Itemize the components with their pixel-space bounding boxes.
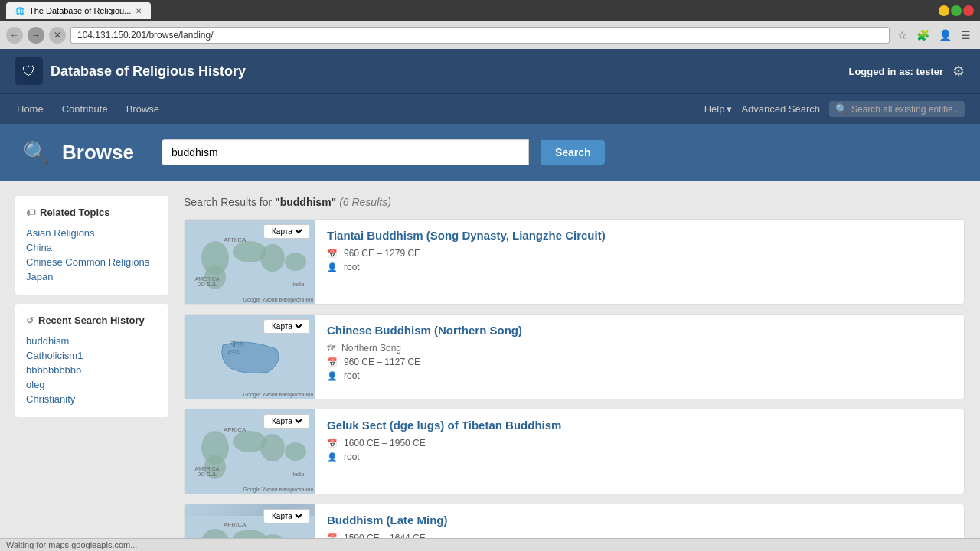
location-icon-2: 🗺 (327, 344, 335, 353)
subtitle-value-2: Northern Song (341, 343, 401, 354)
map-asia-2: 亚洲 ASIA Карта Google Умови використання (185, 315, 315, 399)
map-dropdown-2[interactable]: Карта (269, 321, 305, 331)
help-button[interactable]: Help ▾ (704, 103, 733, 115)
tab-favicon: 🌐 (15, 7, 24, 15)
date-row-1: 📅 960 CE – 1279 CE (327, 248, 952, 259)
nav-right: Help ▾ Advanced Search 🔍 (704, 101, 965, 117)
nav-home[interactable]: Home (15, 96, 45, 122)
nav-browse[interactable]: Browse (125, 96, 161, 122)
app-title: Database of Religious History (51, 64, 246, 80)
result-title-2[interactable]: Chinese Buddhism (Northern Song) (327, 324, 952, 337)
map-africa-label-3: AFRICA (224, 426, 246, 433)
result-card-3: AFRICA AMERICADO SUL India Карта Google … (184, 409, 965, 494)
related-topics-section: 🏷 Related Topics Asian Religions China C… (15, 196, 168, 295)
sidebar: 🏷 Related Topics Asian Religions China C… (15, 196, 168, 551)
date-row-2: 📅 960 CE – 1127 CE (327, 357, 952, 367)
tab-close-button[interactable]: ✕ (136, 7, 142, 15)
browse-search-icon: 🔍 (23, 140, 50, 165)
result-map-2: 亚洲 ASIA Карта Google Умови використання (185, 315, 315, 399)
maximize-button[interactable] (951, 5, 962, 16)
map-copyright-3: Google Умови використання (243, 487, 313, 492)
forward-button[interactable]: → (28, 27, 44, 44)
subtitle-row-2: 🗺 Northern Song (327, 343, 952, 354)
window-controls (939, 5, 974, 16)
history-bbbbbbbbbb[interactable]: bbbbbbbbbb (26, 363, 158, 377)
menu-icon[interactable]: ☰ (958, 28, 974, 43)
result-info-2: Chinese Buddhism (Northern Song) 🗺 North… (315, 315, 964, 399)
map-dropdown-4[interactable]: Карта (269, 511, 305, 521)
topic-china[interactable]: China (26, 240, 158, 255)
svg-point-4 (260, 244, 285, 272)
result-meta-1: 📅 960 CE – 1279 CE 👤 root (327, 248, 952, 272)
map-dropdown-3[interactable]: Карта (269, 416, 305, 426)
result-card-2: 亚洲 ASIA Карта Google Умови використання … (184, 314, 965, 399)
profile-icon[interactable]: 👤 (936, 28, 955, 43)
advanced-search-link[interactable]: Advanced Search (741, 103, 820, 115)
header-right: Logged in as: tester ⚙ (848, 63, 965, 80)
browser-chrome: 🌐 The Database of Religiou... ✕ ← → ✕ ☆ … (0, 0, 980, 49)
date-value-3: 1600 CE – 1950 CE (344, 438, 426, 448)
global-search-input[interactable] (851, 104, 959, 115)
date-value-2: 960 CE – 1127 CE (344, 357, 420, 367)
history-catholicism1[interactable]: Catholicism1 (26, 348, 158, 363)
browser-tab: 🌐 The Database of Religiou... ✕ (6, 2, 151, 19)
results-header: Search Results for "buddhism" (6 Results… (184, 196, 965, 208)
calendar-icon-1: 📅 (327, 249, 338, 259)
extensions-icon[interactable]: 🧩 (913, 28, 933, 43)
map-copyright-2: Google Умови використання (243, 392, 313, 397)
map-type-select-1[interactable]: Карта (263, 224, 310, 239)
topic-chinese-common-religions[interactable]: Chinese Common Religions (26, 255, 158, 269)
topic-asian-religions[interactable]: Asian Religions (26, 226, 158, 240)
logged-in-label: Logged in as: tester (848, 66, 943, 77)
close-button[interactable] (963, 5, 974, 16)
nav-contribute[interactable]: Contribute (60, 96, 109, 122)
back-button[interactable]: ← (6, 27, 23, 44)
map-america-label-1: AMERICADO SUL (195, 276, 220, 287)
calendar-icon-2: 📅 (327, 357, 338, 367)
topic-japan[interactable]: Japan (26, 269, 158, 284)
map-type-select-3[interactable]: Карта (263, 414, 310, 429)
result-info-1: Tiantai Buddhism (Song Dynasty, Liangzhe… (315, 220, 964, 304)
user-value-3: root (344, 452, 360, 462)
reload-button[interactable]: ✕ (49, 27, 66, 44)
result-title-3[interactable]: Geluk Sect (dge lugs) of Tibetan Buddhis… (327, 419, 952, 432)
help-chevron-icon: ▾ (727, 103, 732, 115)
minimize-button[interactable] (939, 5, 949, 16)
browser-titlebar: 🌐 The Database of Religiou... ✕ (0, 0, 980, 21)
map-type-select-4[interactable]: Карта (263, 509, 310, 523)
tag-icon: 🏷 (26, 207, 35, 218)
map-dropdown-1[interactable]: Карта (269, 227, 305, 236)
map-america-label-3: AMERICADO SUL (195, 466, 220, 477)
browse-search-button[interactable]: Search (541, 140, 605, 165)
user-row-1: 👤 root (327, 262, 952, 272)
result-map-1: AFRICA AMERICADO SUL India Карта Google … (185, 220, 315, 304)
tab-title: The Database of Religiou... (29, 6, 131, 15)
global-search-icon: 🔍 (835, 103, 848, 115)
result-title-1[interactable]: Tiantai Buddhism (Song Dynasty, Liangzhe… (327, 229, 952, 242)
user-icon-1: 👤 (327, 262, 338, 272)
user-row-3: 👤 root (327, 452, 952, 462)
results-query: "buddhism" (275, 196, 336, 208)
logo-shield-icon: 🛡 (15, 57, 43, 85)
history-christianity[interactable]: Christianity (26, 392, 158, 406)
user-value-1: root (344, 262, 360, 272)
map-type-select-2[interactable]: Карта (263, 319, 310, 334)
app-header: 🛡 Database of Religious History Logged i… (0, 49, 980, 93)
settings-icon[interactable]: ⚙ (952, 63, 965, 80)
address-bar[interactable] (70, 27, 890, 44)
map-india-label-3: India (292, 471, 304, 477)
browser-icons: ☆ 🧩 👤 ☰ (894, 28, 974, 43)
history-oleg[interactable]: oleg (26, 377, 158, 392)
calendar-icon-3: 📅 (327, 439, 338, 448)
user-icon-3: 👤 (327, 452, 338, 462)
browse-search-form (162, 139, 529, 165)
history-buddhism[interactable]: buddhism (26, 334, 158, 348)
browse-search-input[interactable] (162, 139, 529, 165)
main-content: 🏷 Related Topics Asian Religions China C… (0, 181, 980, 551)
related-topics-title: 🏷 Related Topics (26, 207, 158, 218)
bookmark-icon[interactable]: ☆ (894, 28, 910, 43)
user-icon-2: 👤 (327, 371, 338, 381)
user-value-2: root (344, 370, 360, 381)
date-row-3: 📅 1600 CE – 1950 CE (327, 438, 952, 448)
result-title-4[interactable]: Buddhism (Late Ming) (327, 514, 952, 527)
